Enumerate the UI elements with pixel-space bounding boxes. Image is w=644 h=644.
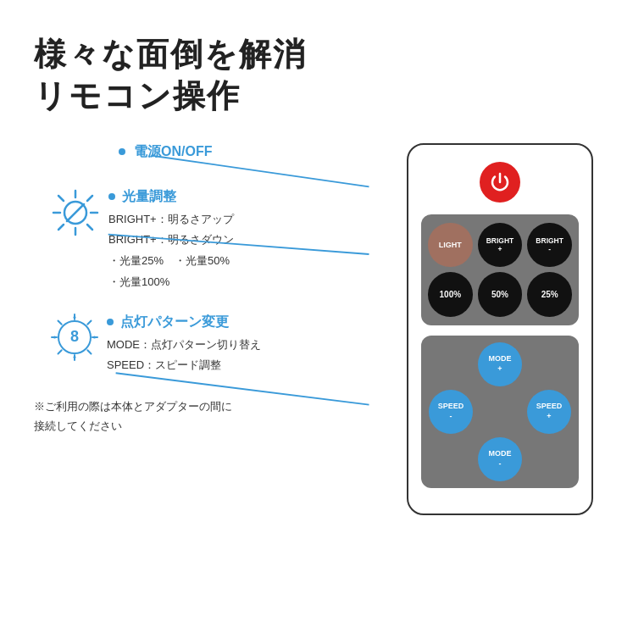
svg-point-21 (93, 336, 96, 338)
pct100-button[interactable]: 100% (428, 272, 473, 317)
dpad-group: MODE + SPEED - SPEED + MODE - (421, 336, 579, 488)
title-line1: 様々な面倒を解消 (34, 34, 610, 75)
power-label: 電源ON/OFF (134, 143, 212, 161)
pct50-button[interactable]: 50% (478, 272, 523, 317)
speed-minus-button[interactable]: SPEED - (429, 390, 473, 434)
pattern-icon: 8 (51, 314, 98, 361)
page-container: 様々な面倒を解消 リモコン操作 電源ON/OFF (0, 0, 644, 644)
title-section: 様々な面倒を解消 リモコン操作 (34, 34, 610, 118)
svg-point-18 (74, 316, 76, 319)
mode-plus-button[interactable]: MODE + (478, 342, 522, 386)
brightness-text-block: 光量調整 BRIGHT+：明るさアップ BRIGHT+：明るさダウン ・光量25… (108, 188, 234, 293)
pattern-text-block: 点灯パターン変更 MODE：点灯パターン切り替え SPEED：スピード調整 (107, 314, 261, 376)
speed-plus-button[interactable]: SPEED + (527, 390, 571, 434)
title-line2: リモコン操作 (34, 75, 610, 117)
power-button[interactable] (480, 162, 520, 203)
left-panel: 電源ON/OFF (34, 143, 356, 619)
brightness-label: 光量調整 (122, 188, 176, 206)
sun-icon (51, 188, 100, 237)
svg-line-7 (58, 225, 64, 230)
brightness-connector-dot (108, 193, 115, 200)
svg-line-14 (58, 320, 62, 324)
svg-line-17 (58, 350, 62, 353)
pct25-button[interactable]: 25% (527, 272, 572, 317)
content-area: 電源ON/OFF (34, 143, 610, 619)
remote-control: LIGHT BRIGHT + BRIGHT - 100% 50% 25% MOD… (407, 143, 593, 515)
dpad-empty-bl (428, 437, 474, 481)
svg-point-19 (74, 356, 76, 358)
power-button-area (421, 162, 579, 203)
light-button[interactable]: LIGHT (428, 223, 473, 268)
dpad-empty-tl (428, 342, 474, 386)
svg-line-4 (58, 196, 64, 201)
pattern-label: 点灯パターン変更 (120, 314, 229, 331)
svg-line-5 (87, 225, 92, 230)
power-connector-dot (119, 148, 125, 155)
note-text: ※ご利用の際は本体とアダプターの間に 接続してください (34, 397, 339, 436)
dpad-empty-tr (526, 342, 572, 386)
mode-minus-button[interactable]: MODE - (478, 437, 522, 481)
pattern-desc: MODE：点灯パターン切り替え SPEED：スピード調整 (107, 335, 261, 376)
dpad-center (477, 390, 523, 434)
bright-minus-button[interactable]: BRIGHT - (527, 223, 572, 268)
svg-point-20 (53, 336, 56, 338)
svg-line-15 (87, 350, 91, 353)
right-panel: LIGHT BRIGHT + BRIGHT - 100% 50% 25% MOD… (356, 143, 593, 619)
brightness-desc: BRIGHT+：明るさアップ BRIGHT+：明るさダウン ・光量25% ・光量… (108, 209, 234, 293)
svg-line-16 (87, 320, 91, 324)
brightness-button-group: LIGHT BRIGHT + BRIGHT - 100% 50% 25% (421, 214, 579, 325)
bright-plus-button[interactable]: BRIGHT + (478, 223, 523, 268)
svg-line-9 (67, 204, 84, 221)
svg-line-6 (87, 196, 92, 201)
pattern-num: 8 (58, 320, 92, 354)
pattern-connector-dot (107, 319, 114, 325)
dpad-empty-br (526, 437, 572, 481)
